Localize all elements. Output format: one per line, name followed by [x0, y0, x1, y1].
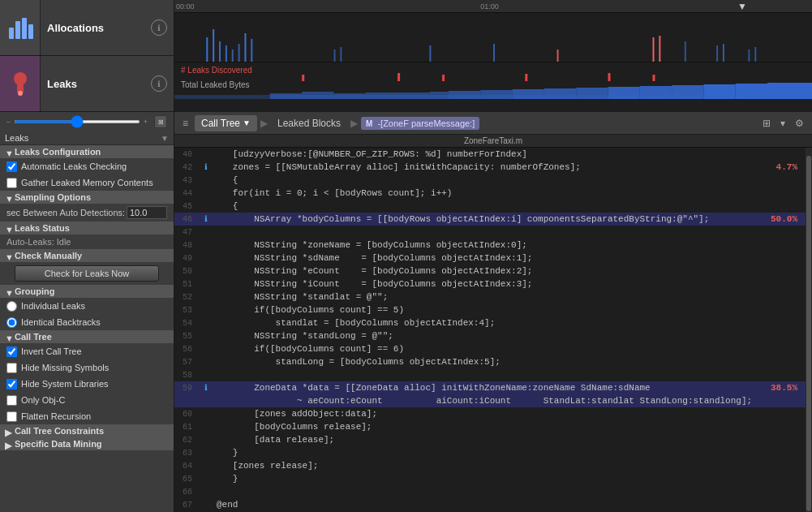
flatten-recursion-row[interactable]: Flatten Recursion — [0, 408, 174, 424]
line-info-icon[interactable]: ℹ — [199, 383, 213, 393]
zoom-slider[interactable] — [14, 120, 140, 123]
call-tree-tab[interactable]: Call Tree ▼ — [195, 115, 257, 131]
code-line-65: 65 } — [174, 472, 806, 485]
automatic-leaks-row[interactable]: Automatic Leaks Checking — [0, 158, 174, 174]
sampling-label: sec Between Auto Detections: — [6, 208, 127, 217]
tick-01-00: 01:00 — [480, 2, 499, 11]
invert-call-tree-row[interactable]: Invert Call Tree — [0, 343, 174, 359]
code-line-59: 59ℹ ZoneData *data = [[ZoneData alloc] i… — [174, 381, 806, 394]
method-label-tab[interactable]: M -[ZoneF parseMessage:] — [361, 117, 479, 130]
svg-rect-47 — [703, 84, 735, 99]
line-number: 49 — [174, 254, 199, 263]
flatten-recursion-checkbox[interactable] — [6, 411, 17, 422]
leaks-config-triangle: ▼ — [5, 148, 11, 155]
code-nav-bar: ≡ Call Tree ▼ ▶ Leaked Blocks ▶ M -[Zone… — [174, 112, 812, 135]
svg-rect-36 — [334, 93, 366, 99]
line-code-text: [zones release]; — [213, 461, 761, 471]
svg-rect-39 — [449, 91, 480, 99]
line-percent-value: 38.5% — [761, 383, 806, 393]
inspector-sidebar: – + ⊠ Leaks ▼ ▼ Leaks Configuration Auto… — [0, 112, 174, 512]
identical-backtrace-radio[interactable] — [6, 317, 17, 328]
svg-rect-34 — [270, 93, 302, 99]
svg-rect-41 — [513, 89, 544, 99]
code-line-66: 66 — [174, 485, 806, 498]
line-code-text: } — [213, 448, 761, 458]
gather-leaked-checkbox[interactable] — [6, 178, 17, 188]
svg-rect-28 — [397, 73, 400, 81]
sampling-options-label: Sampling Options — [15, 192, 91, 202]
hide-missing-symbols-label: Hide Missing Symbols — [21, 363, 109, 372]
code-line-61: 61 [bodyColumns release]; — [174, 420, 806, 433]
individual-leaks-radio[interactable] — [6, 301, 17, 312]
automatic-leaks-checkbox[interactable] — [6, 161, 17, 172]
hide-system-libraries-label: Hide System Libraries — [21, 379, 109, 389]
line-code-text: [zones addObject:data]; — [213, 409, 761, 419]
identical-backtrace-label: Identical Backtracks — [21, 317, 101, 327]
line-info-icon[interactable]: ℹ — [199, 214, 213, 224]
auto-leaks-idle-label: Auto-Leaks: Idle — [6, 237, 71, 247]
code-line-52: 52 NSString *standlat = @""; — [174, 290, 806, 303]
call-tree-triangle: ▼ — [5, 333, 11, 340]
specific-data-mining-header: ▶ Specific Data Mining — [0, 437, 174, 450]
svg-rect-26 — [754, 47, 756, 62]
only-objc-checkbox[interactable] — [6, 395, 17, 406]
line-code-text: ~ aeCount:eCount aiCount:iCount StandLat… — [213, 396, 761, 406]
gather-leaked-row[interactable]: Gather Leaked Memory Contents — [0, 174, 174, 191]
svg-rect-46 — [672, 85, 703, 99]
allocations-instrument-row[interactable]: Allocations ℹ — [0, 0, 174, 56]
line-percent-value: 50.0% — [761, 214, 806, 224]
instrument-selector[interactable]: Leaks ▼ — [0, 131, 174, 145]
line-code-text: for(int i = 0; i < [bodyRows count]; i++… — [213, 188, 761, 198]
svg-rect-2 — [22, 18, 27, 39]
svg-rect-19 — [557, 49, 559, 62]
code-listing: 40 [udzyyVerbose:[@NUMBER_OF_ZIP_ROWS: %… — [174, 148, 806, 512]
hide-missing-symbols-checkbox[interactable] — [6, 363, 17, 373]
call-tree-constraints-header: ▶ Call Tree Constraints — [0, 424, 174, 437]
nav-icon-grid[interactable]: ⊞ — [759, 116, 774, 131]
nav-icon-share[interactable]: ▾ — [777, 116, 788, 131]
leaks-info-button[interactable]: ℹ — [151, 75, 167, 92]
call-tree-constraints-triangle: ▶ — [5, 428, 11, 434]
zoom-fit-button[interactable]: ⊠ — [154, 115, 167, 128]
nav-expand-button[interactable]: ≡ — [179, 116, 191, 131]
line-number: 62 — [174, 436, 199, 445]
sampling-value-input[interactable] — [127, 206, 167, 219]
code-line-19: ~ aeCount:eCount aiCount:iCount StandLat… — [174, 394, 806, 407]
leaks-instrument-row[interactable]: Leaks ℹ — [0, 56, 174, 112]
code-line-67: 67@end — [174, 498, 806, 511]
code-line-49: 49 NSString *sdName = [bodyColumns objec… — [174, 252, 806, 265]
selector-arrow: ▼ — [161, 134, 169, 143]
file-label-bar: ZoneFareTaxi.m — [174, 135, 812, 148]
identical-backtrace-row[interactable]: Identical Backtracks — [0, 314, 174, 330]
hide-system-libraries-row[interactable]: Hide System Libraries — [0, 376, 174, 392]
svg-rect-45 — [640, 86, 672, 99]
hide-missing-symbols-row[interactable]: Hide Missing Symbols — [0, 359, 174, 376]
line-number: 67 — [174, 501, 199, 510]
line-number: 48 — [174, 241, 199, 250]
code-scrollable-area: 40 [udzyyVerbose:[@NUMBER_OF_ZIP_ROWS: %… — [174, 148, 812, 512]
individual-leaks-row[interactable]: Individual Leaks — [0, 298, 174, 314]
code-line-40: 40 [udzyyVerbose:[@NUMBER_OF_ZIP_ROWS: %… — [174, 148, 806, 161]
code-line-57: 57 standLong = [bodyColumns objectAtInde… — [174, 355, 806, 368]
invert-call-tree-checkbox[interactable] — [6, 346, 17, 357]
code-line-45: 45 { — [174, 200, 806, 213]
only-objc-row[interactable]: Only Obj-C — [0, 392, 174, 408]
line-number: 56 — [174, 345, 199, 354]
nav-icon-settings[interactable]: ⚙ — [792, 116, 807, 131]
hide-system-libraries-checkbox[interactable] — [6, 379, 17, 389]
invert-call-tree-label: Invert Call Tree — [21, 346, 82, 356]
line-code-text: NSArray *bodyColumns = [[bodyRows object… — [213, 214, 761, 224]
allocations-chart — [174, 13, 812, 62]
code-line-56: 56 if([bodyColumns count] == 6) — [174, 342, 806, 355]
specific-data-mining-label: Specific Data Mining — [15, 439, 102, 449]
nav-right-icons: ⊞ ▾ ⚙ — [759, 116, 807, 131]
allocations-info-button[interactable]: ℹ — [151, 19, 167, 36]
code-scrollbar-thumb[interactable] — [806, 156, 811, 511]
leaked-blocks-tab[interactable]: Leaked Blocks — [271, 115, 347, 131]
code-line-51: 51 NSString *iCount = [bodyColumns objec… — [174, 278, 806, 290]
svg-rect-8 — [213, 29, 214, 62]
code-scrollbar[interactable] — [806, 148, 812, 512]
line-number: 45 — [174, 202, 199, 211]
check-leaks-now-button[interactable]: Check for Leaks Now — [15, 265, 159, 282]
line-info-icon[interactable]: ℹ — [199, 162, 213, 172]
